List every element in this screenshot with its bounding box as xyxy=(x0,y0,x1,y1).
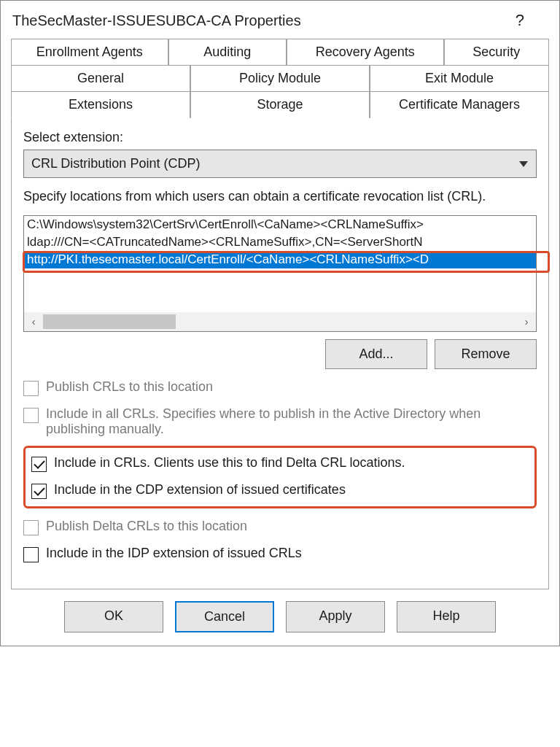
tab-enrollment-agents[interactable]: Enrollment Agents xyxy=(11,39,168,65)
checkbox-label: Publish CRLs to this location xyxy=(46,379,213,395)
dialog-footer: OK Cancel Apply Help xyxy=(1,589,559,646)
scroll-track[interactable] xyxy=(43,313,517,330)
ok-button[interactable]: OK xyxy=(64,601,163,632)
tab-policy-module[interactable]: Policy Module xyxy=(190,65,370,91)
checkbox-label: Include in the CDP extension of issued c… xyxy=(54,482,346,498)
apply-button[interactable]: Apply xyxy=(286,601,385,632)
tab-panel-extensions: Select extension: CRL Distribution Point… xyxy=(11,118,549,589)
add-button[interactable]: Add... xyxy=(325,339,427,369)
extension-description: Specify locations from which users can o… xyxy=(23,188,537,205)
checkbox-label: Publish Delta CRLs to this location xyxy=(46,519,247,534)
checkbox-include-cdp[interactable] xyxy=(31,484,47,499)
locations-listbox-wrap: C:\Windows\system32\CertSrv\CertEnroll\<… xyxy=(23,215,537,332)
select-extension-label: Select extension: xyxy=(23,130,537,145)
scroll-thumb[interactable] xyxy=(43,314,176,329)
help-button[interactable]: Help xyxy=(397,601,496,632)
checkbox-label: Include in all CRLs. Specifies where to … xyxy=(46,406,537,437)
cancel-button[interactable]: Cancel xyxy=(175,601,274,632)
locations-listbox[interactable]: C:\Windows\system32\CertSrv\CertEnroll\<… xyxy=(23,215,537,332)
window-title: TheSecMaster-ISSUESUBCA-CA Properties xyxy=(12,12,516,29)
tab-exit-module[interactable]: Exit Module xyxy=(370,65,549,91)
checkbox-publish-delta-crls xyxy=(23,520,39,535)
list-item-selected[interactable]: http://PKI.thesecmaster.local/CertEnroll… xyxy=(24,251,536,268)
tab-general[interactable]: General xyxy=(11,65,190,91)
tab-certificate-managers[interactable]: Certificate Managers xyxy=(370,91,549,118)
tab-extensions[interactable]: Extensions xyxy=(11,91,190,118)
help-icon[interactable]: ? xyxy=(516,11,524,30)
tab-security[interactable]: Security xyxy=(444,39,549,65)
scroll-left-icon[interactable]: ‹ xyxy=(24,312,43,331)
checkbox-publish-crls xyxy=(23,381,39,396)
checkbox-include-all-crls xyxy=(23,408,39,423)
checkbox-include-crls-delta[interactable] xyxy=(31,457,47,472)
tab-storage[interactable]: Storage xyxy=(190,91,370,118)
title-bar: TheSecMaster-ISSUESUBCA-CA Properties ? xyxy=(1,1,559,39)
list-item[interactable]: ldap:///CN=<CATruncatedName><CRLNameSuff… xyxy=(24,233,536,251)
annotation-highlight-checked-options: Include in CRLs. Clients use this to fin… xyxy=(23,446,537,508)
remove-button[interactable]: Remove xyxy=(435,339,537,369)
tab-recovery-agents[interactable]: Recovery Agents xyxy=(287,39,444,65)
checkbox-label: Include in the IDP extension of issued C… xyxy=(46,546,302,561)
checkbox-include-idp[interactable] xyxy=(23,547,39,562)
horizontal-scrollbar[interactable]: ‹ › xyxy=(24,312,536,331)
scroll-right-icon[interactable]: › xyxy=(517,312,536,331)
checkbox-label: Include in CRLs. Clients use this to fin… xyxy=(54,455,405,471)
extension-dropdown[interactable]: CRL Distribution Point (CDP) xyxy=(23,150,537,178)
list-item[interactable]: C:\Windows\system32\CertSrv\CertEnroll\<… xyxy=(24,216,536,233)
tab-auditing[interactable]: Auditing xyxy=(168,39,287,65)
